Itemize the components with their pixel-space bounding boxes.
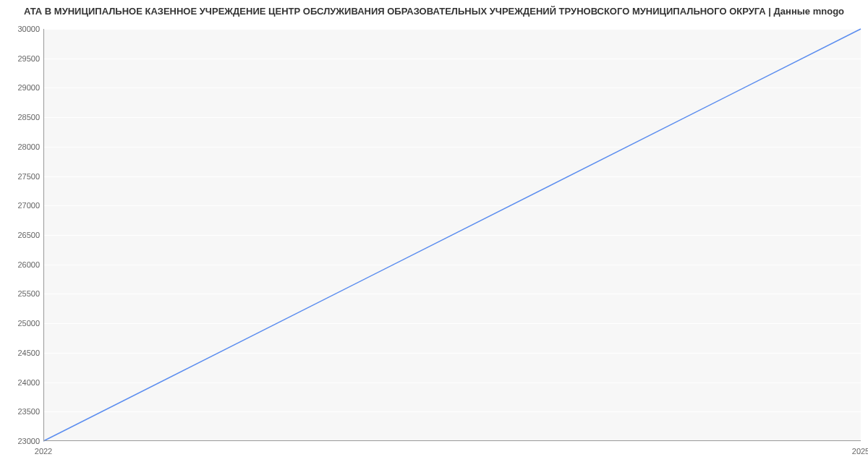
y-tick-label: 27000 [4, 201, 40, 210]
plot-area [43, 29, 861, 441]
y-tick-label: 24000 [4, 378, 40, 387]
y-tick-label: 25500 [4, 289, 40, 298]
y-tick-label: 29000 [4, 83, 40, 92]
y-tick-label: 23500 [4, 407, 40, 416]
y-tick-label: 29500 [4, 54, 40, 63]
y-tick-label: 23000 [4, 437, 40, 445]
y-tick-label: 26500 [4, 231, 40, 239]
y-tick-label: 24500 [4, 349, 40, 357]
line-series [43, 29, 861, 441]
y-tick-label: 28500 [4, 113, 40, 121]
chart-title: АТА В МУНИЦИПАЛЬНОЕ КАЗЕННОЕ УЧРЕЖДЕНИЕ … [0, 0, 868, 20]
y-tick-label: 28000 [4, 142, 40, 151]
grid-line [43, 441, 861, 442]
y-tick-label: 25000 [4, 319, 40, 328]
y-axis [43, 29, 44, 441]
x-axis [43, 440, 861, 441]
chart-container: 2300023500240002450025000255002600026500… [0, 22, 868, 463]
y-tick-label: 27500 [4, 172, 40, 181]
x-tick-label: 2025 [852, 447, 868, 456]
x-tick-label: 2022 [35, 447, 52, 456]
y-tick-label: 30000 [4, 25, 40, 33]
y-tick-label: 26000 [4, 260, 40, 269]
